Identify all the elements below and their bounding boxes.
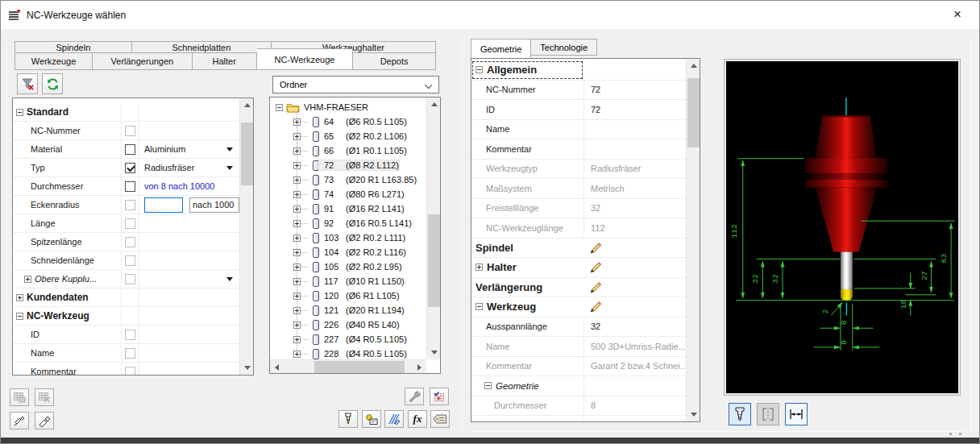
expand-icon[interactable] (293, 322, 301, 329)
tree-item[interactable]: 227(Ø4 R0.5 L105) (270, 332, 428, 346)
collapse-icon[interactable] (276, 104, 283, 111)
expand-icon[interactable] (293, 336, 301, 343)
tree-item[interactable]: 74(Ø80 R6 L271) (270, 187, 428, 201)
tree-item[interactable]: 120(Ø6 R1 L105) (270, 288, 428, 303)
tab-spindeln[interactable]: Spindeln (15, 41, 132, 52)
tree-item[interactable]: 226(Ø40 R5 L40) (270, 317, 428, 332)
expand-icon[interactable] (293, 263, 301, 271)
tree-item[interactable]: 73(Ø20 R1 L163.85) (270, 172, 428, 187)
tree-item[interactable]: 104(Ø2 R0.2 L116) (270, 245, 428, 259)
collapse-icon[interactable] (475, 303, 483, 310)
tab-nc-werkzeuge[interactable]: NC-Werkzeuge (257, 48, 353, 70)
checkbox[interactable] (125, 237, 135, 247)
checkbox[interactable] (125, 255, 135, 266)
expand-icon[interactable] (293, 205, 301, 213)
checkbox[interactable] (125, 367, 135, 376)
checkbox[interactable] (125, 181, 135, 192)
checkbox[interactable] (125, 348, 135, 359)
tree-vscrollbar[interactable] (426, 98, 440, 359)
collapse-icon[interactable] (484, 382, 492, 389)
scroll-up-button[interactable] (687, 59, 700, 73)
tool-add-button[interactable] (10, 412, 29, 429)
tree-item[interactable]: 117(Ø10 R1 L150) (270, 274, 428, 288)
durchmesser-range-link[interactable]: von 8 nach 10000 (144, 181, 214, 191)
kupplung-dropdown[interactable] (139, 270, 241, 288)
tree-item[interactable]: 91(Ø16 R2 L141) (270, 201, 428, 216)
formula-button[interactable]: fx (408, 410, 427, 428)
filter-section-nc-werkzeug[interactable]: NC-Werkzeug (13, 307, 241, 326)
save-table-button[interactable] (10, 388, 29, 406)
tool-edit-button[interactable] (35, 412, 54, 429)
scrollbar-thumb[interactable] (428, 214, 440, 307)
prop-section-halter[interactable]: Halter (471, 258, 687, 278)
pencil-icon[interactable] (590, 301, 602, 313)
scroll-down-button[interactable] (240, 361, 254, 375)
tab-geometrie[interactable]: Geometrie (471, 39, 531, 58)
checkbox[interactable] (125, 274, 135, 284)
tree-folder-vhm-fraeser[interactable]: VHM-FRAESER (270, 100, 428, 114)
scroll-up-button[interactable] (240, 98, 254, 112)
material-dropdown[interactable]: Aluminium (139, 140, 241, 158)
tab-werkzeuge[interactable]: Werkzeuge (15, 52, 93, 70)
tab-depots[interactable]: Depots (353, 52, 436, 70)
filter-scrollbar[interactable] (239, 98, 253, 375)
expand-icon[interactable] (16, 294, 23, 301)
scroll-left-button[interactable] (270, 360, 284, 374)
dimensions-toggle[interactable] (785, 403, 808, 425)
close-icon[interactable]: × (949, 6, 966, 23)
tab-halter[interactable]: Halter (193, 52, 257, 70)
expand-icon[interactable] (293, 293, 301, 300)
expand-icon[interactable] (293, 191, 301, 198)
collapse-icon[interactable] (475, 66, 483, 73)
expand-icon[interactable] (293, 147, 301, 155)
prop-row[interactable]: Ausspannlänge32 (471, 317, 687, 338)
tag-button[interactable] (430, 410, 450, 428)
table-check-button[interactable] (430, 388, 449, 405)
collapse-icon[interactable] (16, 109, 23, 116)
expand-icon[interactable] (293, 249, 301, 256)
expand-icon[interactable] (293, 220, 301, 227)
eckenradius-from-input[interactable] (144, 197, 183, 213)
prop-section-allgemein[interactable]: Allgemein (471, 60, 687, 81)
section-view-toggle[interactable] (757, 403, 779, 425)
tree-item[interactable]: 121(Ø20 R1 L194) (270, 303, 428, 317)
checkbox[interactable] (125, 144, 135, 155)
tree-item[interactable]: 65(Ø2 R0.2 L106) (270, 129, 428, 143)
tool-3d-preview[interactable]: 112 32 32 63 27 10 8 8 2 (725, 60, 960, 395)
filter-section-standard[interactable]: Standard (13, 103, 241, 122)
prop-row[interactable]: Kommentar (471, 139, 687, 160)
expand-icon[interactable] (293, 176, 301, 184)
tree-item[interactable]: 92(Ø16 R0.5 L141) (270, 216, 428, 230)
prop-section-werkzeug[interactable]: Werkzeug (471, 297, 687, 317)
scroll-up-button[interactable] (427, 98, 441, 111)
expand-icon[interactable] (293, 278, 301, 285)
expand-icon[interactable] (293, 133, 301, 140)
delete-table-button[interactable] (35, 388, 54, 406)
expand-icon[interactable] (293, 307, 301, 314)
tree-hscrollbar[interactable] (270, 359, 426, 373)
prop-subsection-geometrie[interactable]: Geometrie (471, 376, 687, 396)
expand-icon[interactable] (24, 276, 31, 283)
tab-schneidplatten[interactable]: Schneidplatten (132, 41, 272, 52)
expand-icon[interactable] (293, 162, 301, 169)
prop-section-spindel[interactable]: Spindel (471, 239, 687, 259)
prop-section-verlaengerung[interactable]: Verlängerung (471, 278, 687, 298)
prop-row[interactable]: NC-Nummer72 (471, 81, 687, 101)
expand-icon[interactable] (293, 351, 301, 358)
filter-delete-button[interactable] (17, 73, 38, 94)
checkbox-checked[interactable] (125, 163, 135, 173)
pencil-icon[interactable] (590, 281, 602, 293)
checkbox[interactable] (125, 126, 135, 136)
resize-grip[interactable] (949, 433, 952, 435)
refresh-button[interactable] (42, 73, 63, 94)
tree-item[interactable]: 105(Ø2 R0.2 L95) (270, 259, 428, 274)
filter-section-kundendaten[interactable]: Kundendaten (13, 288, 241, 307)
tool-package-button[interactable] (362, 410, 381, 428)
checkbox[interactable] (125, 218, 135, 229)
scroll-right-button[interactable] (413, 360, 426, 374)
scrollbar-thumb[interactable] (314, 361, 405, 373)
typ-dropdown[interactable]: Radiusfräser (139, 159, 241, 176)
scroll-down-button[interactable] (687, 408, 700, 421)
prop-row[interactable]: ID72 (471, 100, 687, 120)
checkbox[interactable] (125, 200, 135, 210)
